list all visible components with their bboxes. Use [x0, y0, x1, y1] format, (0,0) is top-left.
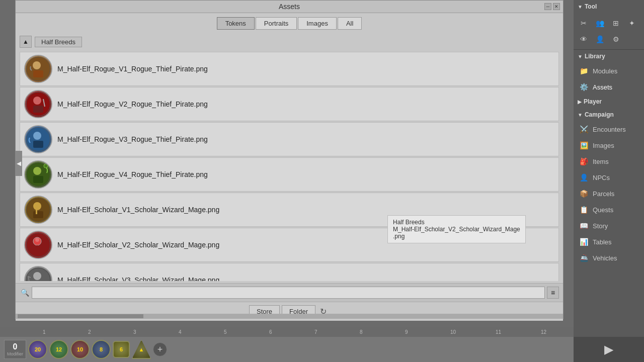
sidebar-item-npcs[interactable]: 👤 NPCs	[574, 169, 644, 186]
file-name: M_Half-Elf_Rogue_V4_Rogue_Thief_Pirate.p…	[57, 170, 554, 178]
window-titlebar: Assets ─ ✕	[16, 1, 563, 13]
search-input[interactable]	[32, 287, 545, 299]
sidebar-collapse-btn[interactable]: ◀	[15, 151, 22, 176]
ruler-mark-6: 6	[269, 329, 272, 335]
dice-d8[interactable]: 8	[92, 340, 111, 359]
file-list: M_Half-Elf_Rogue_V1_Rogue_Thief_Pirate.p…	[16, 50, 563, 281]
window-minimize-btn[interactable]: ─	[544, 3, 551, 10]
window-close-btn[interactable]: ✕	[553, 3, 560, 10]
sidebar-item-story[interactable]: 📖 Story	[574, 218, 644, 234]
ruler-mark-1: 1	[43, 329, 46, 335]
folder-label: Half Breeds	[35, 37, 82, 47]
ruler-mark-5: 5	[224, 329, 227, 335]
sidebar-item-label: Tables	[593, 238, 612, 246]
story-icon: 📖	[579, 221, 589, 231]
sidebar-item-vehicles[interactable]: 🚢 Vehicles	[574, 250, 644, 266]
tab-tokens[interactable]: Tokens	[217, 17, 255, 30]
sidebar-item-label: Modules	[593, 67, 617, 75]
file-name: M_Half-Elf_Rogue_V1_Rogue_Thief_Pirate.p…	[57, 65, 554, 73]
library-arrow: ▼	[578, 54, 583, 59]
search-options-btn[interactable]: ≡	[547, 287, 559, 299]
sidebar-item-label: Parcels	[593, 190, 614, 198]
file-thumbnail	[24, 90, 52, 118]
tool-gear[interactable]: ⚙	[608, 31, 624, 47]
player-arrow: ▶	[578, 99, 582, 105]
list-item[interactable]: M_Half-Elf_Rogue_V4_Rogue_Thief_Pirate.p…	[20, 157, 559, 192]
tool-person[interactable]: 👤	[592, 31, 608, 47]
svg-point-7	[33, 132, 41, 140]
tool-grid[interactable]: ⊞	[608, 15, 624, 31]
dice-d12-label: 12	[56, 346, 62, 352]
folder-up-btn[interactable]: ▲	[20, 36, 32, 48]
npcs-icon: 👤	[579, 172, 589, 183]
list-item[interactable]: M_Half-Elf_Rogue_V2_Rogue_Thief_Pirate.p…	[20, 87, 559, 121]
sidebar-item-parcels[interactable]: 📦 Parcels	[574, 186, 644, 202]
sidebar-item-label: NPCs	[593, 174, 610, 182]
sidebar-item-quests[interactable]: 📋 Quests	[574, 202, 644, 218]
modifier-box: 0 Modifier	[4, 340, 26, 359]
tab-bar: Tokens Portraits Images All	[16, 13, 563, 34]
sidebar-item-encounters[interactable]: ⚔️ Encounters	[574, 121, 644, 137]
ruler-mark-2: 2	[88, 329, 91, 335]
parcels-icon: 📦	[579, 189, 589, 199]
dice-d10-label: 10	[77, 346, 83, 352]
svg-rect-5	[33, 106, 43, 113]
tool-light[interactable]: ✦	[624, 15, 640, 31]
library-section-label: Library	[585, 53, 605, 60]
tables-icon: 📊	[579, 237, 589, 247]
quests-icon: 📋	[579, 205, 589, 215]
list-item[interactable]: M_Half-Elf_Scholar_V2_Scholar_Wizard_Mag…	[20, 228, 559, 262]
assets-window: Assets ─ ✕ Tokens Portraits Images All ▲…	[15, 0, 564, 319]
ruler-mark-8: 8	[360, 329, 363, 335]
vehicles-icon: 🚢	[579, 253, 589, 263]
sidebar-item-items[interactable]: 🎒 Items	[574, 153, 644, 169]
sidebar-item-assets[interactable]: ⚙️ Assets	[574, 79, 644, 95]
play-button[interactable]: ▶	[574, 337, 644, 362]
dice-d20[interactable]: 20	[28, 340, 47, 359]
file-thumbnail	[24, 160, 52, 189]
folder-nav: ▲ Half Breeds	[16, 34, 563, 50]
dice-d12[interactable]: 12	[49, 340, 68, 359]
campaign-section-header: ▼ Campaign	[574, 108, 644, 121]
dice-d10[interactable]: 10	[70, 340, 90, 359]
list-item[interactable]: M_Half-Elf_Scholar_V1_Scholar_Wizard_Mag…	[20, 193, 559, 227]
file-thumbnail	[24, 125, 52, 153]
sidebar-item-images[interactable]: 🖼️ Images	[574, 137, 644, 153]
scroll-thumb[interactable]	[18, 314, 143, 318]
tab-images[interactable]: Images	[298, 17, 337, 30]
list-item[interactable]: M_Half-Elf_Rogue_V3_Rogue_Thief_Pirate.p…	[20, 122, 559, 156]
sidebar-item-tables[interactable]: 📊 Tables	[574, 234, 644, 250]
tool-eye[interactable]: 👁	[576, 31, 592, 47]
tool-players[interactable]: 👥	[592, 15, 608, 31]
sidebar-item-label: Assets	[593, 83, 612, 91]
svg-point-14	[33, 202, 41, 210]
tool-section-header: ▼ Tool	[574, 0, 644, 13]
dice-d6[interactable]: 6	[113, 341, 130, 358]
file-name: M_Half-Elf_Scholar_V1_Scholar_Wizard_Mag…	[57, 206, 554, 214]
modifier-label: Modifier	[7, 351, 23, 356]
library-section-header: ▼ Library	[574, 50, 644, 63]
images-icon: 🖼️	[579, 140, 589, 150]
list-item[interactable]: M_Half-Elf_Scholar_V3_Scholar_Wizard_Mag…	[20, 263, 559, 281]
file-name: M_Half-Elf_Scholar_V3_Scholar_Wizard_Mag…	[57, 276, 554, 281]
tab-portraits[interactable]: Portraits	[256, 17, 297, 30]
search-bar: 🔍 ≡	[16, 283, 563, 302]
file-thumbnail	[24, 231, 52, 259]
tool-select[interactable]: ✂	[576, 15, 592, 31]
horizontal-scrollbar[interactable]	[16, 314, 563, 319]
svg-rect-8	[33, 141, 43, 148]
list-item[interactable]: M_Half-Elf_Rogue_V1_Rogue_Thief_Pirate.p…	[20, 52, 559, 86]
ruler-mark-4: 4	[179, 329, 182, 335]
svg-point-21	[33, 272, 41, 280]
ruler-mark-9: 9	[405, 329, 408, 335]
dice-arrow[interactable]: ▲	[132, 340, 151, 359]
dice-d20-label: 20	[35, 346, 41, 352]
modifier-value: 0	[13, 342, 18, 351]
svg-point-4	[33, 97, 41, 105]
add-dice-btn[interactable]: +	[153, 342, 167, 356]
sidebar-item-label: Quests	[593, 206, 613, 214]
sidebar-item-modules[interactable]: 📁 Modules	[574, 63, 644, 79]
svg-point-12	[44, 164, 48, 168]
tab-all[interactable]: All	[338, 17, 362, 30]
assets-icon: ⚙️	[579, 82, 589, 92]
